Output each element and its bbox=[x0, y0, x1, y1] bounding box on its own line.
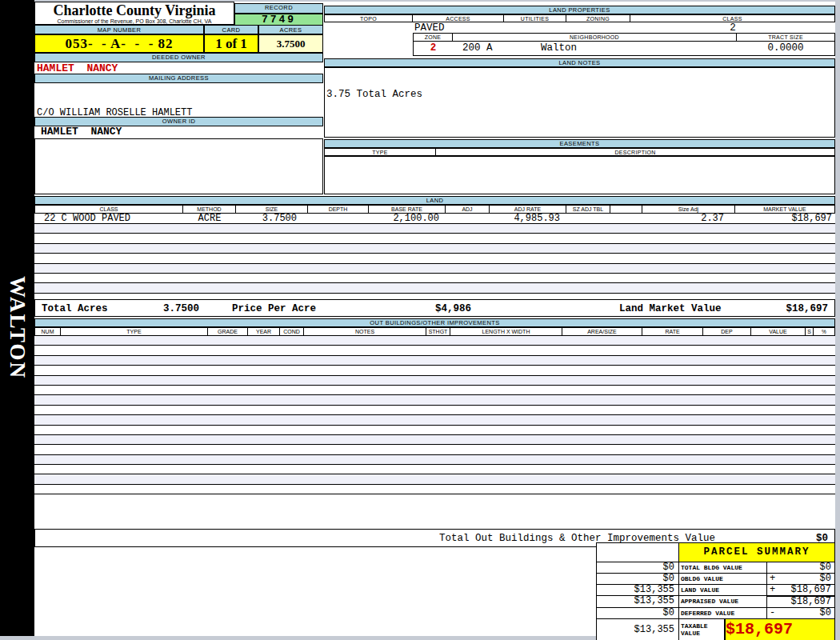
land-col-size: SIZE bbox=[236, 205, 308, 214]
price-per-acre-value: $4,986 bbox=[435, 303, 471, 314]
ob-col-length-width: LENGTH X WIDTH bbox=[450, 327, 562, 336]
col-access: ACCESS bbox=[413, 14, 504, 22]
ps-op-total-bldg bbox=[767, 562, 778, 573]
map-number-value: 053- - A- - - 82 bbox=[34, 34, 204, 53]
ps-row-appraised: $13,355 APPRAISED VALUE $18,697 bbox=[597, 595, 834, 607]
easements-box bbox=[324, 156, 835, 194]
empty-row bbox=[34, 395, 835, 405]
acres-label: ACRES bbox=[258, 25, 323, 34]
parcel-summary-header: PARCEL SUMMARY bbox=[597, 543, 834, 562]
total-acres-value: 3.7500 bbox=[163, 303, 199, 314]
deeded-owner-label: DEEDED OWNER bbox=[34, 53, 323, 62]
ps-op-deferred: - bbox=[767, 608, 778, 618]
empty-row bbox=[34, 406, 835, 415]
empty-row bbox=[34, 455, 835, 465]
card-label: CARD bbox=[204, 25, 258, 34]
ps-value-obldg: $0 bbox=[778, 574, 834, 584]
land-data-row: 22 C WOOD PAVED ACRE 3.7500 2,100.00 4,9… bbox=[34, 214, 835, 224]
land-note: 3.75 Total Acres bbox=[325, 68, 834, 100]
land-size-adj-value: 2.37 bbox=[642, 214, 735, 223]
ps-label-taxable: TAXABLE VALUE bbox=[679, 619, 725, 640]
tract-size-label: TRACT SIZE bbox=[737, 34, 834, 41]
out-buildings-header: NUM TYPE GRADE YEAR COND NOTES STHGT LEN… bbox=[34, 327, 835, 336]
empty-row bbox=[34, 366, 835, 375]
empty-row bbox=[34, 356, 835, 366]
ps-label-deferred: DEFERRED VALUE bbox=[679, 608, 767, 618]
ob-col-notes: NOTES bbox=[304, 327, 426, 336]
empty-row bbox=[34, 244, 835, 254]
ps-prior-taxable: $13,355 bbox=[597, 619, 679, 640]
land-col-spacer bbox=[610, 205, 642, 214]
land-market-value-label: Land Market Value bbox=[619, 303, 722, 314]
land-market-value-total: $18,697 bbox=[786, 303, 828, 314]
county-subtitle: Commissioner of the Revenue, PO Box 308,… bbox=[35, 18, 234, 25]
empty-row bbox=[34, 415, 835, 425]
mailing-address-label: MAILING ADDRESS bbox=[34, 74, 323, 83]
owner-id-value: HAMLET NANCY bbox=[34, 126, 323, 138]
tract-size-value: 0.0000 bbox=[737, 42, 834, 55]
land-col-method: METHOD bbox=[183, 205, 236, 214]
empty-row bbox=[34, 474, 835, 484]
land-col-size-adj: Size Adj bbox=[642, 205, 735, 214]
ob-col-cond: COND bbox=[280, 327, 304, 336]
empty-row bbox=[34, 376, 835, 386]
land-col-market-value: MARKET VALUE bbox=[735, 205, 835, 214]
deeded-owner-value: HAMLET NANCY bbox=[34, 63, 323, 74]
empty-row bbox=[34, 254, 835, 263]
ps-value-land: $18,697 bbox=[778, 585, 834, 595]
ps-prior-land: $13,355 bbox=[597, 585, 679, 595]
zone-value: 2 bbox=[414, 42, 453, 55]
ps-prior-obldg: $0 bbox=[597, 574, 679, 584]
empty-row bbox=[34, 485, 835, 494]
empty-row bbox=[34, 426, 835, 435]
land-depth-value bbox=[308, 214, 369, 223]
neighborhood-label: NEIGHBORHOOD bbox=[453, 34, 737, 41]
ob-col-rate: RATE bbox=[642, 327, 703, 336]
land-col-class: CLASS bbox=[34, 205, 183, 214]
ps-row-deferred: $0 DEFERRED VALUE -$0 bbox=[597, 607, 834, 618]
ps-row-land: $13,355 LAND VALUE +$18,697 bbox=[597, 584, 834, 595]
empty-row bbox=[34, 283, 835, 293]
ps-label-obldg: OBLDG VALUE bbox=[679, 574, 767, 584]
owner-extra-box bbox=[34, 138, 323, 194]
land-market-value: $18,697 bbox=[735, 214, 835, 223]
access-value: PAVED bbox=[414, 22, 445, 34]
ps-label-total-bldg: TOTAL BLDG VALUE bbox=[679, 562, 767, 573]
col-easement-type: TYPE bbox=[324, 148, 436, 156]
land-empty-rows bbox=[34, 224, 835, 294]
ps-row-total-bldg: $0 TOTAL BLDG VALUE $0 bbox=[597, 562, 834, 573]
card-value: 1 of 1 bbox=[204, 34, 258, 53]
ob-col-grade: GRADE bbox=[208, 327, 248, 336]
record-label: RECORD bbox=[234, 3, 323, 14]
land-adj-value bbox=[446, 214, 490, 223]
land-col-base-rate: BASE RATE bbox=[369, 205, 446, 214]
land-notes-box: 3.75 Total Acres bbox=[324, 67, 835, 138]
land-properties-header: TOPO ACCESS UTILITIES ZONING CLASS bbox=[324, 14, 835, 22]
empty-row bbox=[34, 336, 835, 346]
ob-col-type: TYPE bbox=[61, 327, 208, 336]
land-title: LAND bbox=[34, 196, 835, 205]
ps-op-land: + bbox=[767, 585, 778, 595]
empty-row bbox=[34, 346, 835, 355]
col-utilities: UTILITIES bbox=[504, 14, 566, 22]
left-black-strip: WALTON bbox=[0, 0, 34, 636]
land-sz-adj-tbl-value bbox=[566, 214, 610, 223]
ps-value-taxable: $18,697 bbox=[725, 619, 834, 640]
acres-value: 3.7500 bbox=[258, 34, 323, 53]
ob-col-year: YEAR bbox=[248, 327, 280, 336]
col-topo: TOPO bbox=[324, 14, 413, 22]
neighborhood-name: Walton bbox=[541, 42, 737, 55]
zone-neighborhood-box: ZONE NEIGHBORHOOD TRACT SIZE 2 200 A Wal… bbox=[413, 33, 835, 56]
neighborhood-vertical-label: WALTON bbox=[5, 276, 30, 379]
parcel-summary: PARCEL SUMMARY $0 TOTAL BLDG VALUE $0 $0… bbox=[596, 542, 835, 640]
empty-row bbox=[34, 224, 835, 234]
ob-col-area-size: AREA/SIZE bbox=[562, 327, 642, 336]
ps-label-appraised: APPRAISED VALUE bbox=[679, 596, 767, 607]
county-header: Charlotte County Virginia Commissioner o… bbox=[34, 2, 234, 25]
ob-col-pct-comp: % COMP bbox=[814, 327, 835, 336]
empty-row bbox=[34, 386, 835, 395]
col-zoning: ZONING bbox=[566, 14, 630, 22]
ps-row-taxable: $13,355 TAXABLE VALUE $18,697 bbox=[597, 618, 834, 640]
county-title: Charlotte County Virginia bbox=[35, 2, 234, 18]
land-col-adj: ADJ bbox=[446, 205, 490, 214]
